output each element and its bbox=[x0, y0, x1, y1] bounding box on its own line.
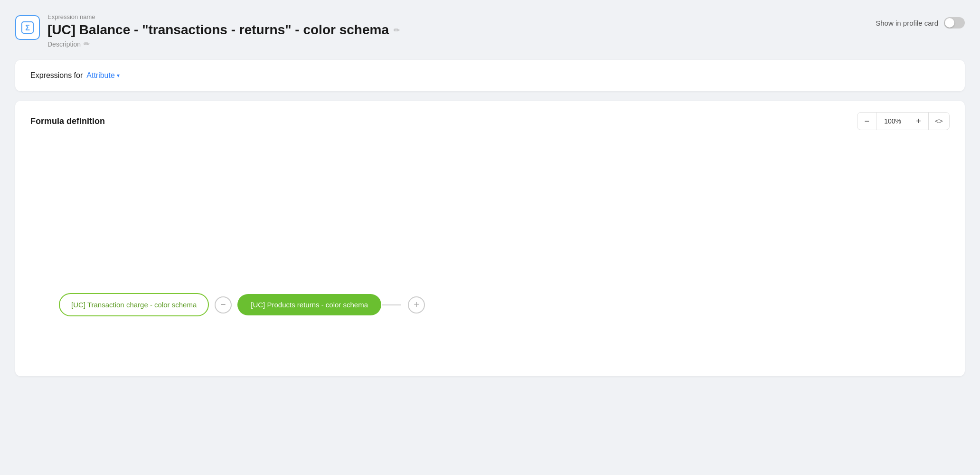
attribute-dropdown[interactable]: Attribute ▾ bbox=[86, 71, 120, 80]
formula-nodes: [UC] Transaction charge - color schema −… bbox=[59, 293, 425, 316]
node-products-returns[interactable]: [UC] Products returns - color schema bbox=[237, 294, 381, 315]
node-transaction-charge[interactable]: [UC] Transaction charge - color schema bbox=[59, 293, 209, 316]
code-view-button[interactable]: <> bbox=[928, 113, 949, 130]
formula-header: Formula definition − 100% + <> bbox=[30, 112, 950, 130]
zoom-plus-button[interactable]: + bbox=[909, 113, 928, 130]
show-in-profile-card-toggle[interactable] bbox=[944, 17, 965, 28]
svg-text:Σ: Σ bbox=[25, 24, 30, 32]
chevron-down-icon: ▾ bbox=[117, 72, 120, 79]
operator-minus[interactable]: − bbox=[215, 296, 232, 314]
formula-definition-card: Formula definition − 100% + <> [UC] Tran… bbox=[15, 101, 965, 376]
header-text: Expression name [UC] Balance - "transact… bbox=[47, 13, 400, 48]
expressions-for-label: Expressions for bbox=[30, 71, 83, 80]
expressions-for-card: Expressions for Attribute ▾ bbox=[15, 60, 965, 91]
expression-name-label: Expression name bbox=[47, 13, 400, 20]
connector-line bbox=[382, 304, 401, 305]
description-row[interactable]: Description ✏ bbox=[47, 39, 400, 48]
zoom-value: 100% bbox=[876, 113, 909, 130]
zoom-controls: − 100% + <> bbox=[857, 112, 950, 130]
attribute-label: Attribute bbox=[86, 71, 115, 80]
description-edit-icon[interactable]: ✏ bbox=[84, 39, 90, 48]
formula-title: Formula definition bbox=[30, 116, 105, 126]
zoom-minus-button[interactable]: − bbox=[858, 113, 876, 130]
title-edit-icon[interactable]: ✏ bbox=[394, 26, 400, 35]
profile-card-label: Show in profile card bbox=[876, 19, 938, 27]
expression-title: [UC] Balance - "transactions - returns" … bbox=[47, 22, 389, 38]
add-node-button[interactable]: + bbox=[408, 296, 425, 314]
formula-canvas: [UC] Transaction charge - color schema −… bbox=[30, 145, 950, 345]
description-label: Description bbox=[47, 40, 81, 48]
profile-card-toggle-container: Show in profile card bbox=[876, 17, 965, 28]
expression-icon: Σ bbox=[15, 15, 40, 40]
expressions-for-row: Expressions for Attribute ▾ bbox=[30, 71, 950, 80]
